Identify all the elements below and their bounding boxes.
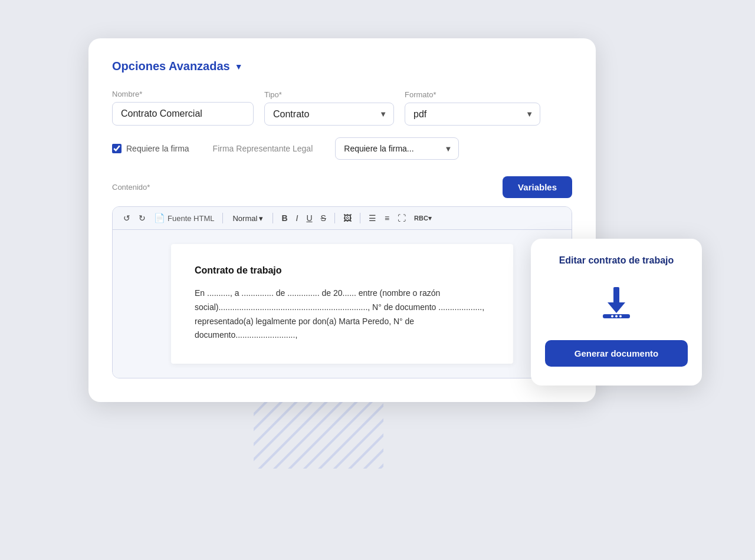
unordered-list-button[interactable]: ☰	[366, 212, 379, 224]
generar-documento-button[interactable]: Generar documento	[545, 340, 688, 367]
redo-button[interactable]: ↻	[136, 212, 148, 224]
firma-rep-select-wrap: Requiere la firma... No requiere Opciona…	[335, 137, 459, 160]
source-label: Fuente HTML	[168, 214, 214, 223]
contenido-label: Contenido*	[112, 183, 150, 192]
underline-button[interactable]: U	[304, 212, 314, 224]
contenido-row: Contenido* Variables	[112, 176, 572, 198]
doc-title: Contrato de trabajo	[195, 265, 490, 276]
source-icon: 📄	[154, 213, 165, 223]
source-html-button[interactable]: 📄 Fuente HTML	[152, 212, 216, 225]
side-card: Editar contrato de trabajo Generar docum…	[531, 239, 702, 386]
editor-container: ↺ ↻ 📄 Fuente HTML Normal ▾ B I U S 🖼	[112, 206, 572, 378]
doc-preview: Contrato de trabajo En .........., a ...…	[171, 244, 513, 364]
tipo-select-wrap: Contrato Otro ▼	[264, 103, 394, 126]
firma-row: Requiere la firma Firma Representante Le…	[112, 137, 572, 160]
italic-button[interactable]: I	[294, 212, 301, 224]
download-icon	[545, 282, 688, 324]
svg-rect-1	[254, 398, 383, 469]
editor-toolbar: ↺ ↻ 📄 Fuente HTML Normal ▾ B I U S 🖼	[113, 207, 572, 230]
doc-body[interactable]: En .........., a .............. de .....…	[195, 286, 490, 342]
normal-style-label: Normal	[232, 214, 257, 223]
requiere-firma-checkbox[interactable]	[112, 144, 122, 153]
ordered-list-button[interactable]: ≡	[382, 212, 392, 224]
svg-point-7	[619, 315, 622, 318]
toolbar-sep-2	[273, 213, 273, 223]
toolbar-sep-3	[334, 213, 335, 223]
svg-marker-3	[608, 302, 625, 313]
tipo-label: Tipo*	[264, 90, 394, 99]
spellcheck-button[interactable]: RBC▾	[412, 213, 434, 223]
decorative-stripes	[254, 398, 383, 469]
chevron-down-icon[interactable]: ▼	[235, 62, 243, 71]
normal-style-button[interactable]: Normal ▾	[229, 213, 267, 224]
nombre-group: Nombre*	[112, 90, 254, 126]
undo-button[interactable]: ↺	[121, 212, 133, 224]
editor-body: Contrato de trabajo En .........., a ...…	[113, 230, 572, 378]
normal-chevron-icon: ▾	[259, 214, 263, 223]
svg-rect-2	[613, 287, 619, 305]
bold-button[interactable]: B	[279, 212, 290, 224]
image-button[interactable]: 🖼	[341, 212, 354, 224]
formato-group: Formato* pdf docx html ▼	[405, 90, 540, 126]
fullscreen-button[interactable]: ⛶	[395, 212, 408, 224]
toolbar-sep-1	[222, 213, 223, 223]
requiere-firma-text: Requiere la firma	[126, 144, 189, 153]
tipo-group: Tipo* Contrato Otro ▼	[264, 90, 394, 126]
formato-select[interactable]: pdf docx html	[405, 103, 540, 126]
nombre-input[interactable]	[112, 102, 254, 126]
formato-select-wrap: pdf docx html ▼	[405, 103, 540, 126]
svg-point-6	[615, 315, 618, 318]
form-row-main: Nombre* Tipo* Contrato Otro ▼ Formato* p…	[112, 90, 572, 126]
side-card-title: Editar contrato de trabajo	[545, 255, 688, 266]
tipo-select[interactable]: Contrato Otro	[264, 103, 394, 126]
requiere-firma-label: Requiere la firma	[112, 144, 189, 153]
toolbar-sep-4	[360, 213, 360, 223]
strikethrough-button[interactable]: S	[319, 212, 329, 224]
formato-label: Formato*	[405, 90, 540, 99]
firma-rep-label: Firma Representante Legal	[213, 144, 313, 153]
section-title-text: Opciones Avanzadas	[112, 60, 230, 73]
main-card: Opciones Avanzadas ▼ Nombre* Tipo* Contr…	[88, 38, 596, 402]
section-title: Opciones Avanzadas ▼	[112, 60, 572, 73]
firma-rep-select[interactable]: Requiere la firma... No requiere Opciona…	[335, 137, 459, 160]
svg-point-5	[611, 315, 613, 318]
variables-button[interactable]: Variables	[503, 176, 572, 198]
nombre-label: Nombre*	[112, 90, 254, 98]
